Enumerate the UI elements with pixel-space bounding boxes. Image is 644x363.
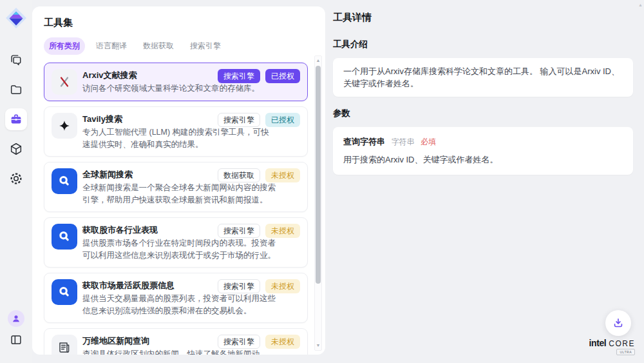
tool-badges: 搜索引擎 未授权: [218, 335, 300, 349]
intel-core-logo: intel CORE ULTRA: [589, 338, 635, 355]
tool-description: 全球新闻搜索是一个聚合全球各大新闻网站内容的搜索引擎，帮助用户快速获取全球最新资…: [82, 182, 277, 206]
tool-description: 提供当天交易量最高的股票列表，投资者可以利用这些信息来识别流动性强的股票和潜在的…: [82, 293, 277, 317]
sidebar-item-plugins[interactable]: [5, 138, 27, 160]
sidebar-item-settings[interactable]: [5, 168, 27, 190]
intro-card: 一个用于从Arxiv存储库搜索科学论文和文章的工具。 输入可以是Arxiv ID…: [333, 58, 633, 97]
list-scrollbar[interactable]: ▲ ▼: [314, 55, 322, 351]
category-badge: 数据获取: [218, 168, 260, 182]
tool-card[interactable]: Tavily搜索 专为人工智能代理 (LLM) 构建的搜索引擎工具，可快速提供实…: [44, 106, 308, 157]
app-sidebar: [0, 0, 32, 363]
chat-icon: [9, 53, 23, 67]
ultra-badge: ULTRA: [616, 349, 635, 355]
intel-core-wordmark: intel CORE: [589, 338, 635, 348]
tool-description: 提供股票市场各个行业在特定时间段内的表现。投资者可以利用这些信息来识别表现优于或…: [82, 237, 277, 261]
auth-status-badge: 未授权: [265, 224, 300, 238]
params-heading: 参数: [333, 108, 644, 119]
sidebar-item-tools[interactable]: [5, 108, 27, 130]
tab-category-1[interactable]: 语言翻译: [91, 37, 132, 55]
download-button[interactable]: [605, 310, 631, 336]
layout-toggle-icon: [9, 333, 23, 347]
category-badge: 搜索引擎: [218, 335, 260, 349]
cube-icon: [9, 142, 23, 156]
category-badge: 搜索引擎: [218, 279, 260, 293]
tool-detail-panel: 工具详情 工具介绍 一个用于从Arxiv存储库搜索科学论文和文章的工具。 输入可…: [333, 0, 644, 363]
tool-card[interactable]: 万维地区新闻查询 查询具体行政区划内的新闻，快速了解各地新闻动 搜索引擎 未授权: [44, 328, 308, 355]
core-text: CORE: [609, 339, 635, 348]
auth-status-badge: 未授权: [265, 335, 300, 349]
tool-badges: 搜索引擎 未授权: [218, 279, 300, 293]
search-icon: [52, 224, 77, 250]
sidebar-item-files[interactable]: [5, 79, 27, 101]
param-header: 查询字符串 字符串 必填: [343, 135, 623, 148]
tool-description: 专为人工智能代理 (LLM) 构建的搜索引擎工具，可快速提供实时、准确和真实的结…: [82, 126, 277, 150]
sidebar-toggle-button[interactable]: [7, 331, 25, 349]
param-required-flag: 必填: [421, 137, 436, 146]
auth-status-badge: 已授权: [265, 69, 300, 83]
tab-category-3[interactable]: 搜索引擎: [185, 37, 226, 55]
tool-list: Arxiv文献搜索 访问各个研究领域大量科学论文和文章的存储库。 搜索引擎 已授…: [44, 63, 308, 355]
tool-card[interactable]: 获取股市各行业表现 提供股票市场各个行业在特定时间段内的表现。投资者可以利用这些…: [44, 217, 308, 268]
gear-icon: [9, 172, 23, 186]
param-type: 字符串: [392, 137, 415, 146]
person-icon: [10, 313, 22, 324]
page-scrollbar-arrow-icon: ▲: [638, 3, 643, 7]
tab-category-0[interactable]: 所有类别: [44, 37, 85, 55]
category-badge: 搜索引擎: [218, 69, 260, 83]
tool-badges: 数据获取 未授权: [218, 168, 300, 182]
tab-category-2[interactable]: 数据获取: [138, 37, 179, 55]
auth-status-badge: 未授权: [265, 168, 300, 182]
sidebar-bottom: [7, 310, 25, 349]
user-avatar[interactable]: [8, 310, 24, 327]
tool-description: 查询具体行政区划内的新闻，快速了解各地新闻动: [82, 348, 277, 355]
intro-text: 一个用于从Arxiv存储库搜索科学论文和文章的工具。 输入可以是Arxiv ID…: [343, 66, 620, 88]
auth-status-badge: 已授权: [265, 113, 300, 127]
news-icon: [52, 335, 77, 355]
auth-status-badge: 未授权: [265, 279, 300, 293]
param-card: 查询字符串 字符串 必填 用于搜索的Arxiv ID、关键字或作者姓名。: [333, 127, 633, 175]
tool-card[interactable]: 全球新闻搜索 全球新闻搜索是一个聚合全球各大新闻网站内容的搜索引擎，帮助用户快速…: [44, 162, 308, 212]
scrollbar-thumb[interactable]: [316, 66, 321, 284]
tool-card[interactable]: Arxiv文献搜索 访问各个研究领域大量科学论文和文章的存储库。 搜索引擎 已授…: [44, 63, 308, 101]
sidebar-item-chat[interactable]: [5, 49, 27, 71]
toolset-panel: 工具集 所有类别语言翻译数据获取搜索引擎 Arxiv文献搜索 访问各个研究领域大…: [32, 6, 325, 355]
arxiv-icon: [52, 69, 77, 95]
scroll-down-icon[interactable]: ▼: [315, 342, 321, 349]
intel-text: intel: [589, 338, 607, 348]
tool-badges: 搜索引擎 已授权: [218, 69, 300, 83]
search-icon: [52, 168, 77, 194]
app-logo-icon: [5, 6, 28, 30]
param-description: 用于搜索的Arxiv ID、关键字或作者姓名。: [343, 153, 623, 166]
category-tabs: 所有类别语言翻译数据获取搜索引擎: [44, 37, 325, 55]
tool-badges: 搜索引擎 未授权: [218, 224, 300, 238]
intro-heading: 工具介绍: [333, 39, 644, 50]
sparkle-icon: [52, 113, 77, 139]
category-badge: 搜索引擎: [218, 113, 260, 127]
sidebar-nav: [5, 49, 27, 190]
param-name: 查询字符串: [343, 137, 385, 146]
category-badge: 搜索引擎: [218, 224, 260, 238]
page-title: 工具集: [44, 17, 325, 29]
download-icon: [612, 317, 625, 329]
scroll-up-icon[interactable]: ▲: [315, 57, 321, 64]
folder-icon: [9, 83, 23, 97]
tool-description: 访问各个研究领域大量科学论文和文章的存储库。: [82, 83, 277, 95]
search-icon: [52, 279, 77, 305]
toolbox-icon: [9, 112, 23, 126]
tool-badges: 搜索引擎 已授权: [218, 113, 300, 127]
tool-card[interactable]: 获取市场最活跃股票信息 提供当天交易量最高的股票列表，投资者可以利用这些信息来识…: [44, 273, 308, 323]
detail-title: 工具详情: [333, 12, 644, 24]
